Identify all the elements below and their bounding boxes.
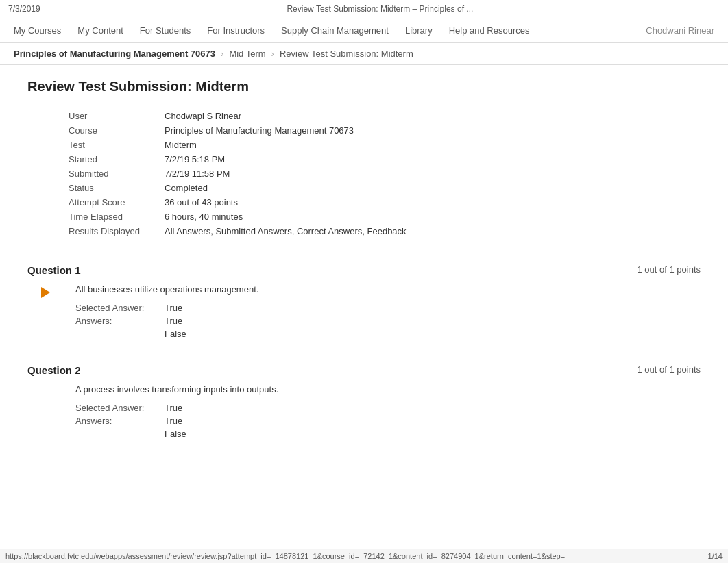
q1-answers-row-false: False <box>75 329 701 339</box>
q1-answer-false: False <box>165 329 186 339</box>
info-status-value: Completed <box>165 183 208 193</box>
info-test-label: Test <box>69 140 165 150</box>
question-block-1: Question 1 1 out of 1 points All busines… <box>27 253 701 347</box>
q2-answers-label-blank <box>75 429 165 439</box>
nav-bar: My Courses My Content For Students For I… <box>0 18 728 43</box>
question-1-header: Question 1 1 out of 1 points <box>27 264 701 276</box>
info-test-value: Midterm <box>165 140 197 150</box>
main-content: Review Test Submission: Midterm User Cho… <box>0 65 728 466</box>
info-user-value: Chodwapi S Rinear <box>165 111 241 121</box>
question-2-content: A process involves transforming inputs i… <box>75 384 701 442</box>
breadcrumb-current: Review Test Submission: Midterm <box>280 49 413 59</box>
q2-selected-row: Selected Answer: True <box>75 403 701 413</box>
info-row-submitted: Submitted 7/2/19 11:58 PM <box>69 168 701 179</box>
info-course-label: Course <box>69 125 165 136</box>
nav-my-courses[interactable]: My Courses <box>14 25 61 36</box>
q2-answers-row-false: False <box>75 429 701 439</box>
q1-selected-row: Selected Answer: True <box>75 303 701 313</box>
info-attempt-value: 36 out of 43 points <box>165 197 238 208</box>
q2-answers-label: Answers: <box>75 416 165 426</box>
info-started-value: 7/2/19 5:18 PM <box>165 154 225 164</box>
info-results-label: Results Displayed <box>69 226 165 236</box>
info-row-results: Results Displayed All Answers, Submitted… <box>69 226 701 236</box>
q2-selected-value: True <box>165 403 182 413</box>
question-1-points: 1 out of 1 points <box>637 264 701 275</box>
info-attempt-label: Attempt Score <box>69 197 165 208</box>
q1-answers-label-blank <box>75 329 165 339</box>
info-submitted-label: Submitted <box>69 168 165 179</box>
q1-answers-row-true: Answers: True <box>75 316 701 326</box>
play-icon-area-1 <box>41 284 75 342</box>
info-row-elapsed: Time Elapsed 6 hours, 40 minutes <box>69 212 701 222</box>
question-2-points: 1 out of 1 points <box>637 364 701 375</box>
q1-answer-true: True <box>165 316 182 326</box>
info-user-label: User <box>69 111 165 121</box>
nav-for-instructors[interactable]: For Instructors <box>207 25 265 36</box>
q2-selected-label: Selected Answer: <box>75 403 165 413</box>
info-row-status: Status Completed <box>69 183 701 193</box>
breadcrumb-sep-2: › <box>271 49 274 59</box>
nav-help[interactable]: Help and Resources <box>449 25 530 36</box>
breadcrumb-sep-1: › <box>221 49 223 59</box>
info-row-user: User Chodwapi S Rinear <box>69 111 701 121</box>
info-elapsed-value: 6 hours, 40 minutes <box>165 212 243 222</box>
page-title: Review Test Submission: Midterm <box>27 79 701 95</box>
question-2-body: A process involves transforming inputs i… <box>41 384 701 442</box>
q1-answers-label: Answers: <box>75 316 165 326</box>
info-table: User Chodwapi S Rinear Course Principles… <box>69 111 701 236</box>
nav-my-content[interactable]: My Content <box>77 25 123 36</box>
q2-answer-false: False <box>165 429 186 439</box>
date-display: 7/3/2019 <box>8 4 40 14</box>
info-row-attempt: Attempt Score 36 out of 43 points <box>69 197 701 208</box>
question-1-text: All businesses utilize operations manage… <box>75 284 701 295</box>
play-icon-1 <box>41 287 50 298</box>
play-icon-area-2 <box>41 384 75 442</box>
breadcrumb-midterm[interactable]: Mid Term <box>229 49 265 59</box>
question-1-body: All businesses utilize operations manage… <box>41 284 701 342</box>
breadcrumb-course[interactable]: Principles of Manufacturing Management 7… <box>14 49 215 59</box>
nav-user: Chodwani Rinear <box>646 25 714 36</box>
question-2-text: A process involves transforming inputs i… <box>75 384 701 395</box>
info-submitted-value: 7/2/19 11:58 PM <box>165 168 230 179</box>
question-1-title: Question 1 <box>27 264 81 276</box>
info-row-test: Test Midterm <box>69 140 701 150</box>
info-results-value: All Answers, Submitted Answers, Correct … <box>165 226 407 236</box>
info-row-started: Started 7/2/19 5:18 PM <box>69 154 701 164</box>
breadcrumb: Principles of Manufacturing Management 7… <box>0 43 728 65</box>
info-started-label: Started <box>69 154 165 164</box>
q1-selected-label: Selected Answer: <box>75 303 165 313</box>
info-row-course: Course Principles of Manufacturing Manag… <box>69 125 701 136</box>
q2-answer-true: True <box>165 416 182 426</box>
q2-answers-row-true: Answers: True <box>75 416 701 426</box>
info-elapsed-label: Time Elapsed <box>69 212 165 222</box>
question-2-header: Question 2 1 out of 1 points <box>27 364 701 376</box>
nav-for-students[interactable]: For Students <box>140 25 191 36</box>
question-1-content: All businesses utilize operations manage… <box>75 284 701 342</box>
page-tab-title: Review Test Submission: Midterm – Princi… <box>287 4 473 14</box>
question-2-title: Question 2 <box>27 364 81 376</box>
info-course-value: Principles of Manufacturing Management 7… <box>165 125 354 136</box>
info-status-label: Status <box>69 183 165 193</box>
nav-library[interactable]: Library <box>405 25 433 36</box>
nav-supply-chain[interactable]: Supply Chain Management <box>281 25 389 36</box>
question-block-2: Question 2 1 out of 1 points A process i… <box>27 353 701 447</box>
q1-selected-value: True <box>165 303 182 313</box>
top-bar: 7/3/2019 Review Test Submission: Midterm… <box>0 0 728 18</box>
